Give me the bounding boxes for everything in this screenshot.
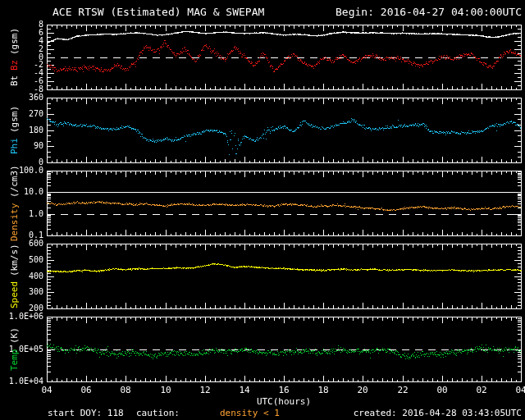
plot-title: ACE RTSW (Estimated) MAG & SWEPAM (52, 6, 264, 18)
y-axis-title-part: (km/s) (9, 244, 20, 276)
y-axis-title-part: (gsm) (9, 28, 20, 55)
y-axis-title-part: (gsm) (9, 106, 20, 133)
x-tick-label: 02 (472, 385, 491, 395)
y-axis-title-temp: Temp(K) (7, 317, 21, 381)
x-tick-label: 18 (313, 385, 333, 395)
x-tick-label: 10 (156, 385, 176, 395)
y-axis-title-speed: Speed(km/s) (7, 244, 21, 308)
x-tick-label: 08 (116, 385, 135, 395)
y-axis-title-part: Speed (9, 281, 20, 308)
y-axis-title-part: Bz (9, 60, 20, 71)
x-tick-label: 22 (393, 385, 413, 395)
x-tick-label: 06 (76, 385, 96, 395)
y-axis-title-phi: Phi(gsm) (7, 98, 21, 162)
y-axis-title-mag: BtBz(gsm) (7, 25, 21, 89)
x-tick-label: 20 (353, 385, 372, 395)
x-axis-title: UTC(hours) (243, 396, 325, 407)
y-axis-title-density: Density(/cm3) (7, 171, 21, 235)
y-axis-title-part: (/cm3) (9, 165, 20, 198)
caution-value: density < 1 (220, 408, 280, 418)
y-axis-title-part: Density (9, 203, 20, 240)
x-tick-label: 04 (511, 385, 525, 395)
caution-label: caution: (136, 408, 180, 418)
plot-canvas (0, 0, 525, 420)
created-timestamp: created: 2016-04-28 03:43:05UTC (354, 408, 522, 418)
y-axis-title-part: Temp (9, 349, 20, 371)
x-tick-label: 04 (37, 385, 57, 395)
x-tick-label: 14 (235, 385, 254, 395)
x-tick-label: 00 (432, 385, 452, 395)
x-tick-label: 12 (195, 385, 215, 395)
y-axis-title-part: Phi (9, 138, 20, 154)
start-doy-label: start DOY: 118 (48, 408, 124, 418)
y-axis-title-part: Bt (9, 75, 20, 86)
begin-timestamp: Begin: 2016-04-27 04:00:00UTC (336, 6, 522, 18)
x-tick-label: 16 (274, 385, 294, 395)
y-axis-title-part: (K) (9, 327, 20, 344)
ace-rtsw-plot: ACE RTSW (Estimated) MAG & SWEPAM Begin:… (0, 0, 525, 420)
